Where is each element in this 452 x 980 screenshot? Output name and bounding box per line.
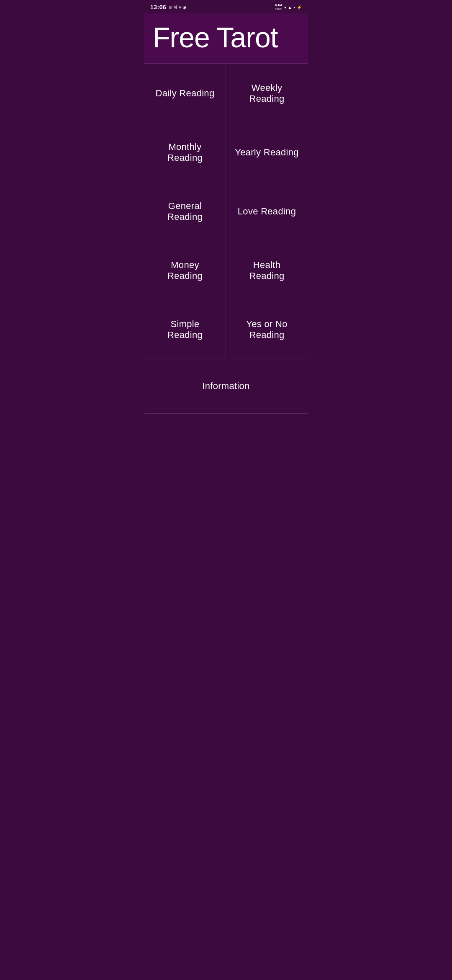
information-button[interactable]: Information (144, 359, 308, 414)
monthly-reading-button[interactable]: Monthly Reading (144, 123, 226, 182)
menu-grid: Daily Reading Weekly Reading Monthly Rea… (144, 64, 308, 414)
status-time: 13:06 (150, 4, 166, 10)
status-left: 13:06 ⊙ M ✳ ◉ (150, 4, 187, 10)
mail-icon: M (173, 5, 177, 10)
status-right: 6.64 KB/S ▾ ▲ ▪ ⚡ (275, 3, 302, 11)
notification-icon: ⊙ (169, 5, 172, 10)
sim-icon: ▪ (293, 5, 295, 10)
information-label: Information (202, 381, 249, 392)
circle-icon: ◉ (183, 5, 187, 10)
signal-icon: ▲ (288, 5, 292, 10)
money-reading-button[interactable]: Money Reading (144, 241, 226, 300)
bottom-area (144, 414, 308, 539)
asterisk-icon: ✳ (178, 5, 182, 10)
speed-unit: KB/S (275, 8, 282, 11)
status-icons: ⊙ M ✳ ◉ (169, 5, 186, 10)
battery-icon: ⚡ (297, 5, 302, 10)
app-header: Free Tarot (144, 13, 308, 64)
weekly-reading-label: Weekly Reading (234, 83, 299, 104)
status-bar: 13:06 ⊙ M ✳ ◉ 6.64 KB/S ▾ ▲ ▪ ⚡ (144, 0, 308, 13)
yearly-reading-button[interactable]: Yearly Reading (226, 123, 308, 182)
weekly-reading-button[interactable]: Weekly Reading (226, 64, 308, 123)
health-reading-label: Health Reading (234, 260, 299, 281)
money-reading-label: Money Reading (153, 260, 217, 281)
love-reading-button[interactable]: Love Reading (226, 182, 308, 241)
wifi-icon: ▾ (284, 5, 286, 10)
health-reading-button[interactable]: Health Reading (226, 241, 308, 300)
daily-reading-label: Daily Reading (156, 88, 215, 99)
daily-reading-button[interactable]: Daily Reading (144, 64, 226, 123)
yearly-reading-label: Yearly Reading (235, 147, 299, 158)
app-title: Free Tarot (153, 22, 299, 53)
monthly-reading-label: Monthly Reading (153, 142, 217, 163)
general-reading-label: General Reading (153, 201, 217, 222)
speed-indicator: 6.64 KB/S (275, 3, 282, 11)
yes-or-no-reading-button[interactable]: Yes or No Reading (226, 300, 308, 359)
simple-reading-label: Simple Reading (153, 319, 217, 340)
general-reading-button[interactable]: General Reading (144, 182, 226, 241)
yes-or-no-reading-label: Yes or No Reading (234, 319, 299, 340)
simple-reading-button[interactable]: Simple Reading (144, 300, 226, 359)
love-reading-label: Love Reading (238, 206, 296, 217)
